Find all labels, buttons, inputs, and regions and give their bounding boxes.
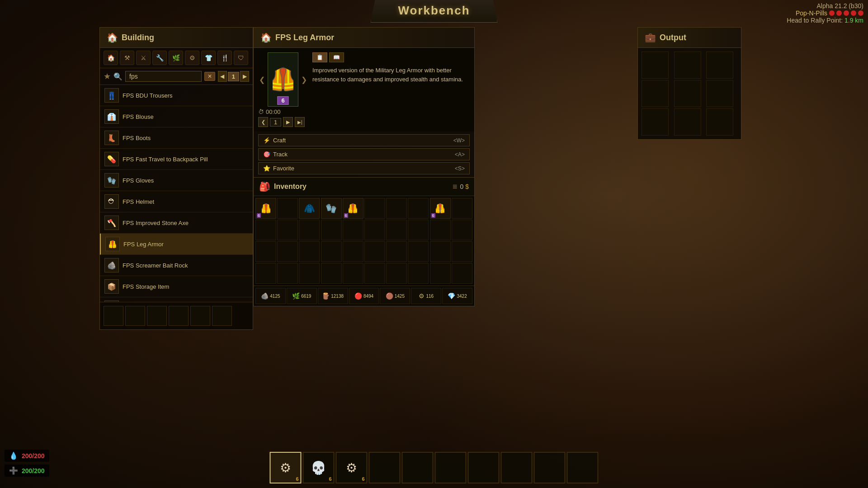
favorite-btn[interactable]: ⭐Favorite <S> [258,162,470,174]
recipe-fps-improved-stone-axe[interactable]: 🪓 FPS Improved Stone Axe [100,212,253,234]
inv-slot-24[interactable] [321,241,342,262]
inv-slot-16[interactable] [364,220,385,240]
inv-slot-31[interactable] [255,263,276,284]
inv-slot-38[interactable] [408,263,429,284]
favorite-filter-btn[interactable]: ★ [104,71,111,81]
inv-slot-39[interactable] [430,263,451,284]
inv-slot-33[interactable] [299,263,320,284]
inv-slot-17[interactable] [386,220,407,240]
inv-slot-4[interactable]: 🧤 [321,198,342,219]
output-slot-7[interactable] [642,108,669,136]
inv-slot-29[interactable] [430,241,451,262]
tab-shield[interactable]: 🛡 [234,51,248,65]
inv-slot-26[interactable] [364,241,385,262]
hotbar-slot-7[interactable] [468,452,500,483]
tab-crafting[interactable]: ⚒ [120,51,134,65]
inv-slot-7[interactable] [386,198,407,219]
prev-page-btn[interactable]: ◀ [218,71,227,82]
item-next-btn[interactable]: ❯ [300,75,308,84]
inv-slot-19[interactable] [430,220,451,240]
next-page-btn[interactable]: ▶ [240,71,249,82]
output-slot-1[interactable] [642,52,669,79]
inv-slot-8[interactable] [408,198,429,219]
bottom-item-wood[interactable]: 🪵 12138 [318,288,348,304]
inv-slot-18[interactable] [408,220,429,240]
item-prev-btn[interactable]: ❮ [258,75,266,84]
recipe-fps-blouse[interactable]: 👔 FPS Blouse [100,106,253,127]
output-slot-8[interactable] [674,108,701,136]
sort-icon[interactable]: ≡ [453,182,458,192]
output-slot-4[interactable] [642,80,669,107]
hotbar-slot-6[interactable] [435,452,467,483]
building-slot-6[interactable] [212,306,232,326]
output-slot-9[interactable] [706,108,733,136]
recipe-fps-super-cactus-v1[interactable]: 🌵 FPS Super Cactus V1 [100,297,253,302]
tab-shirt[interactable]: 👕 [201,51,216,65]
inv-slot-9[interactable]: 🦺 6 [430,198,451,219]
recipe-fps-bdu-trousers[interactable]: 👖 FPS BDU Trousers [100,85,253,106]
recipe-fps-fast-travel[interactable]: 💊 FPS Fast Travel to Backpack Pill [100,149,253,170]
inv-slot-34[interactable] [321,263,342,284]
recipe-fps-gloves[interactable]: 🧤 FPS Gloves [100,170,253,191]
building-slot-3[interactable] [147,306,167,326]
bottom-item-brown[interactable]: 🟤 1425 [380,288,410,304]
hotbar-slot-9[interactable] [534,452,566,483]
inv-slot-11[interactable] [255,220,276,240]
hotbar-slot-1[interactable]: ⚙ 6 [270,452,302,483]
inv-slot-2[interactable] [277,198,298,219]
inv-slot-36[interactable] [364,263,385,284]
inv-slot-14[interactable] [321,220,342,240]
tab-gear[interactable]: ⚙ [185,51,199,65]
inv-slot-32[interactable] [277,263,298,284]
bottom-item-plant[interactable]: 🌿 6619 [287,288,317,304]
tab-nature[interactable]: 🌿 [169,51,183,65]
recipe-fps-helmet[interactable]: ⛑ FPS Helmet [100,191,253,212]
bottom-item-red[interactable]: 🔴 8494 [349,288,379,304]
hotbar-slot-3[interactable]: ⚙ 6 [336,452,368,483]
craft-btn[interactable]: ⚡Craft <W> [258,134,470,146]
qty-prev-btn[interactable]: ❮ [258,117,268,127]
recipe-fps-storage-item[interactable]: 📦 FPS Storage Item [100,276,253,297]
tab-fork[interactable]: 🍴 [217,51,232,65]
inv-slot-6[interactable] [364,198,385,219]
output-slot-3[interactable] [706,52,733,79]
inv-slot-13[interactable] [299,220,320,240]
tab-sword[interactable]: ⚔ [136,51,151,65]
inv-slot-28[interactable] [408,241,429,262]
tab-tools[interactable]: 🔧 [152,51,167,65]
recipe-fps-boots[interactable]: 👢 FPS Boots [100,127,253,149]
inv-slot-10[interactable] [452,198,472,219]
hotbar-slot-4[interactable] [369,452,401,483]
tab-home[interactable]: 🏠 [104,51,118,65]
output-slot-5[interactable] [674,80,701,107]
recipe-fps-screamer-bait-rock[interactable]: 🪨 FPS Screamer Bait Rock [100,255,253,276]
inv-slot-5[interactable]: 🦺 6 [343,198,363,219]
hotbar-slot-10[interactable] [567,452,599,483]
clear-search-btn[interactable]: ✕ [204,72,215,81]
building-slot-5[interactable] [190,306,210,326]
inv-slot-35[interactable] [343,263,363,284]
bottom-item-gear[interactable]: ⚙ 116 [411,288,441,304]
bottom-item-stone[interactable]: 🪨 4125 [255,288,286,304]
inv-slot-40[interactable] [452,263,472,284]
hotbar-slot-8[interactable] [501,452,533,483]
hotbar-slot-2[interactable]: 💀 6 [303,452,335,483]
output-slot-2[interactable] [674,52,701,79]
inv-slot-22[interactable] [277,241,298,262]
track-btn[interactable]: 🎯Track <A> [258,148,470,160]
inv-slot-30[interactable] [452,241,472,262]
tab-book-btn[interactable]: 📖 [329,52,344,62]
inv-slot-21[interactable] [255,241,276,262]
inv-slot-1[interactable]: 🦺 6 [255,198,276,219]
inv-slot-12[interactable] [277,220,298,240]
inv-slot-23[interactable] [299,241,320,262]
qty-next-btn[interactable]: ▶ [283,117,293,127]
building-slot-1[interactable] [104,306,123,326]
recipe-fps-leg-armor[interactable]: 🦺 FPS Leg Armor [100,234,253,255]
inv-slot-37[interactable] [386,263,407,284]
hotbar-slot-5[interactable] [402,452,434,483]
qty-max-btn[interactable]: ▶| [295,117,305,127]
inv-slot-20[interactable] [452,220,472,240]
tab-info-btn[interactable]: 📋 [312,52,327,62]
output-slot-6[interactable] [706,80,733,107]
